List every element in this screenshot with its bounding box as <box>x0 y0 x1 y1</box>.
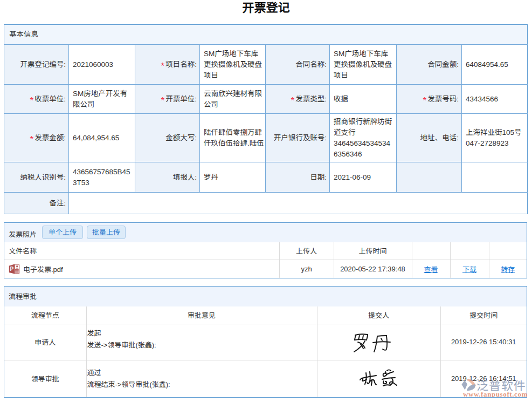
svg-text:P: P <box>10 266 14 272</box>
